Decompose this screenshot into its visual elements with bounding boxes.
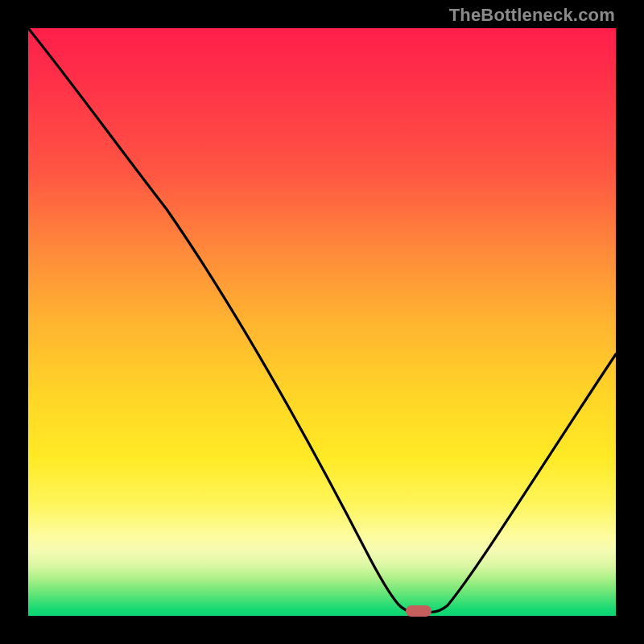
chart-curve-layer	[28, 28, 616, 616]
chart-frame	[28, 28, 616, 616]
optimal-marker	[406, 605, 431, 617]
bottleneck-curve-path	[28, 28, 616, 613]
watermark-text: TheBottleneck.com	[449, 5, 615, 26]
